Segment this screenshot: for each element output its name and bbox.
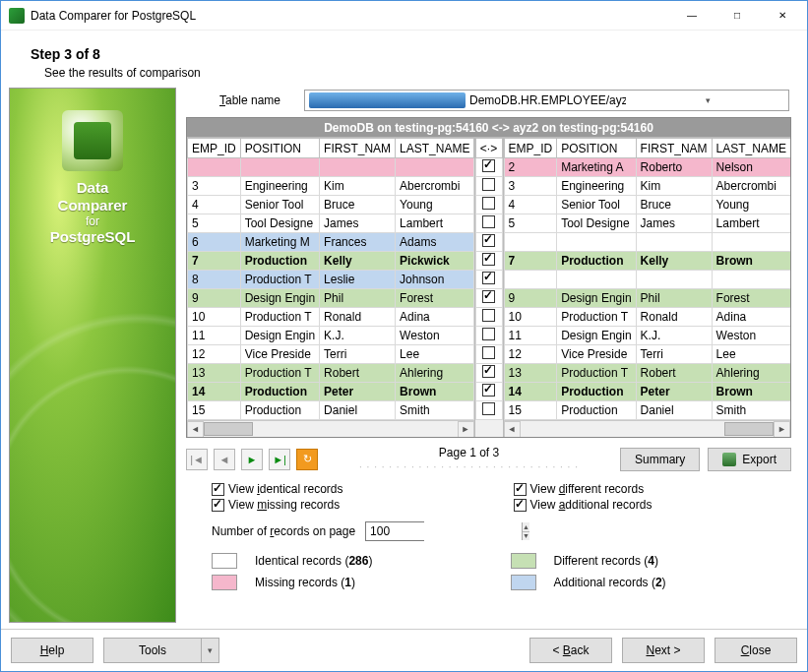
table-row[interactable] (188, 158, 474, 177)
scroll-left-icon[interactable]: ◄ (187, 421, 204, 438)
row-checkbox[interactable] (482, 384, 495, 397)
row-checkbox[interactable] (482, 159, 495, 172)
resize-grip-icon[interactable]: · · · · · · · · · · · · · · · · · · · · … (326, 461, 612, 472)
table-row[interactable]: 5Tool DesigneJamesLambertM (188, 214, 474, 233)
table-row[interactable]: 4Senior ToolBruceYoungM (188, 196, 474, 214)
view-additional-checkbox[interactable]: View additional records (514, 498, 792, 512)
table-row[interactable]: 5Tool DesigneJamesLambertM (504, 214, 790, 233)
back-button[interactable]: < Back (529, 638, 612, 663)
row-checkbox[interactable] (482, 178, 495, 191)
row-checkbox[interactable] (482, 309, 495, 322)
select-column[interactable]: <·> (474, 138, 504, 420)
select-row[interactable] (475, 289, 502, 308)
records-per-page-input[interactable]: ▲ ▼ (365, 521, 424, 541)
column-header[interactable]: FIRST_NAM (636, 139, 712, 158)
row-checkbox[interactable] (482, 328, 495, 340)
next-button[interactable]: Next > (622, 638, 705, 663)
first-page-button[interactable]: |◄ (186, 449, 208, 470)
select-row[interactable] (475, 308, 502, 327)
left-grid[interactable]: EMP_IDPOSITIONFIRST_NAMLAST_NAMEGEND3Eng… (187, 138, 474, 420)
view-different-checkbox[interactable]: View different records (514, 482, 792, 496)
records-per-page-value[interactable] (366, 522, 522, 540)
table-row[interactable]: 13Production TRobertAhleringM (188, 364, 474, 383)
table-row[interactable]: 14ProductionPeterBrownM (188, 383, 474, 401)
table-row[interactable]: 9Design EnginPhilForestM (504, 289, 790, 308)
table-row[interactable]: 10Production TRonaldAdinaM (504, 308, 790, 327)
refresh-button[interactable]: ↻ (296, 449, 318, 470)
row-checkbox[interactable] (482, 215, 495, 228)
select-row[interactable] (475, 345, 502, 364)
select-row[interactable] (475, 196, 502, 214)
table-row[interactable]: 3EngineeringKimAbercrombiM (188, 177, 474, 196)
table-row[interactable]: 7ProductionKellyPickwickF (188, 252, 474, 271)
select-row[interactable] (475, 158, 502, 177)
table-row[interactable] (504, 233, 790, 252)
row-checkbox[interactable] (482, 365, 495, 378)
table-row[interactable]: 11Design EnginK.J.WestonM (504, 327, 790, 345)
spin-down-icon[interactable]: ▼ (523, 532, 529, 541)
select-row[interactable] (475, 214, 502, 233)
column-header[interactable]: EMP_ID (504, 139, 557, 158)
table-row[interactable]: 9Design EnginPhilForestM (188, 289, 474, 308)
select-header[interactable]: <·> (475, 139, 502, 158)
table-row[interactable]: 3EngineeringKimAbercrombiM (504, 177, 790, 196)
chevron-down-icon[interactable]: ▾ (630, 92, 786, 109)
select-row[interactable] (475, 271, 502, 289)
table-row[interactable]: 15ProductionDanielSmithM (504, 401, 790, 420)
select-row[interactable] (475, 401, 502, 420)
table-row[interactable]: 7ProductionKellyBrownF (504, 252, 790, 271)
view-identical-checkbox[interactable]: View identical records (212, 482, 490, 496)
left-horizontal-scrollbar[interactable]: ◄ ► (187, 420, 474, 437)
minimize-button[interactable]: — (669, 1, 715, 31)
prev-page-button[interactable]: ◄ (214, 449, 235, 470)
row-checkbox[interactable] (482, 290, 495, 303)
select-row[interactable] (475, 233, 502, 252)
select-row[interactable] (475, 177, 502, 196)
last-page-button[interactable]: ►| (269, 449, 290, 470)
table-row[interactable]: 13Production TRobertAhleringM (504, 364, 790, 383)
row-checkbox[interactable] (482, 272, 495, 284)
row-checkbox[interactable] (482, 346, 495, 359)
column-header[interactable]: FIRST_NAM (320, 139, 396, 158)
next-page-button[interactable]: ► (241, 449, 263, 470)
column-header[interactable]: POSITION (557, 139, 636, 158)
tools-dropdown-button[interactable]: ▾ (202, 638, 219, 663)
maximize-button[interactable]: □ (715, 1, 760, 31)
tools-button[interactable]: Tools (103, 638, 202, 663)
table-row[interactable]: 2Marketing ARobertoNelsonM (504, 158, 790, 177)
row-checkbox[interactable] (482, 234, 495, 247)
table-row[interactable]: 10Production TRonaldAdinaM (188, 308, 474, 327)
row-checkbox[interactable] (482, 253, 495, 266)
table-name-combo[interactable]: DemoDB.HR.EMPLOYEE/ayz2.HR.EMPLOYEE ▾ (304, 90, 789, 111)
column-header[interactable]: LAST_NAME (712, 139, 790, 158)
select-row[interactable] (475, 252, 502, 271)
column-header[interactable]: POSITION (240, 139, 319, 158)
table-row[interactable]: 8Production TLeslieJohnsonF (188, 271, 474, 289)
table-row[interactable]: 11Design EnginK.J.WestonM (188, 327, 474, 345)
select-row[interactable] (475, 364, 502, 383)
select-row[interactable] (475, 383, 502, 401)
table-row[interactable]: 14ProductionPeterBrownM (504, 383, 790, 401)
scroll-right-icon[interactable]: ► (458, 421, 474, 438)
select-row[interactable] (475, 327, 502, 345)
close-window-button[interactable]: ✕ (760, 1, 805, 31)
right-grid[interactable]: EMP_IDPOSITIONFIRST_NAMLAST_NAMEGE2Marke… (504, 138, 791, 420)
column-header[interactable]: LAST_NAME (396, 139, 474, 158)
table-row[interactable]: 6Marketing MFrancesAdamsM (188, 233, 474, 252)
table-row[interactable]: 4Senior ToolBruceYoungM (504, 196, 790, 214)
right-horizontal-scrollbar[interactable]: ◄ ► (504, 420, 791, 437)
scroll-left-icon[interactable]: ◄ (504, 421, 521, 438)
row-checkbox[interactable] (482, 197, 495, 210)
summary-button[interactable]: Summary (620, 448, 700, 471)
table-row[interactable]: 12Vice PresideTerriLeeM (188, 345, 474, 364)
view-missing-checkbox[interactable]: View missing records (212, 498, 490, 512)
export-button[interactable]: Export (708, 448, 791, 471)
table-row[interactable]: 12Vice PresideTerriLeeM (504, 345, 790, 364)
table-row[interactable] (504, 271, 790, 289)
help-button[interactable]: Help (11, 638, 93, 663)
spin-up-icon[interactable]: ▲ (523, 522, 529, 532)
scroll-right-icon[interactable]: ► (774, 421, 790, 438)
column-header[interactable]: EMP_ID (188, 139, 241, 158)
row-checkbox[interactable] (482, 402, 495, 415)
close-button[interactable]: Close (715, 638, 797, 663)
